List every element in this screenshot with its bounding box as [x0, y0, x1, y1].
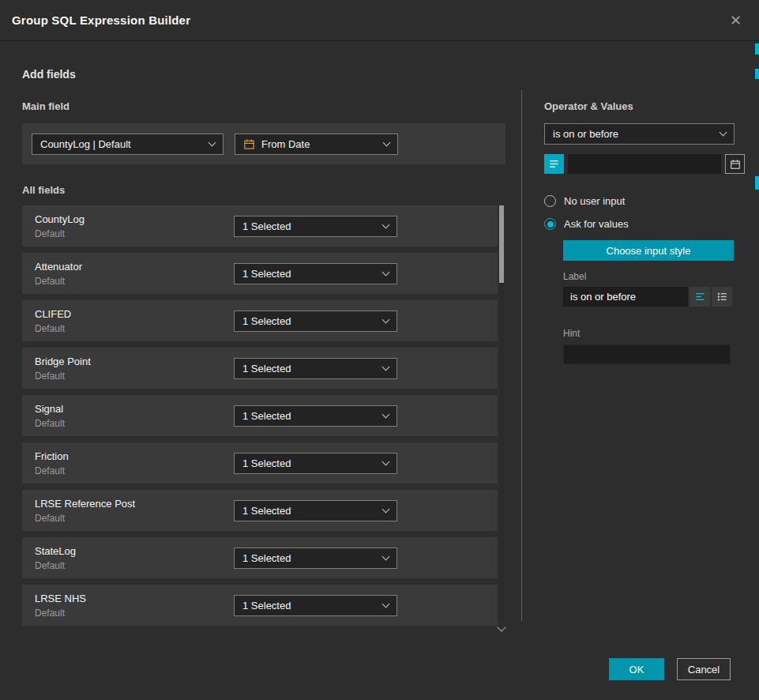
field-text: CLIFED Default — [35, 308, 71, 334]
field-text: StateLog Default — [35, 545, 76, 571]
value-input[interactable] — [568, 154, 721, 174]
all-fields-list: CountyLog Default 1 Selected Attenuator … — [22, 205, 498, 626]
field-text: LRSE NHS Default — [35, 593, 86, 619]
field-text: Friction Default — [35, 450, 69, 476]
field-name: Attenuator — [35, 261, 82, 273]
field-name: Signal — [35, 403, 65, 415]
field-selection-label: 1 Selected — [242, 410, 291, 422]
field-selection-dropdown[interactable]: 1 Selected — [234, 500, 397, 521]
field-text: Bridge Point Default — [35, 356, 91, 382]
chevron-down-icon — [209, 138, 216, 146]
field-selection-dropdown[interactable]: 1 Selected — [234, 595, 397, 616]
calendar-icon — [730, 159, 741, 170]
field-name: Friction — [35, 450, 69, 462]
input-style-single-button[interactable] — [689, 287, 710, 307]
radio-ask-for-values[interactable]: Ask for values — [544, 218, 735, 230]
field-selection-label: 1 Selected — [242, 600, 291, 612]
field-selection-dropdown[interactable]: 1 Selected — [234, 548, 397, 569]
hint-input[interactable] — [563, 344, 731, 364]
operator-dropdown-label: is on or before — [553, 128, 618, 140]
label-label: Label — [563, 271, 735, 282]
field-selection-dropdown[interactable]: 1 Selected — [234, 216, 397, 237]
date-picker-button[interactable] — [725, 154, 745, 174]
field-row: Bridge Point Default 1 Selected — [22, 348, 498, 389]
field-row: Attenuator Default 1 Selected — [22, 253, 498, 294]
field-name: CountyLog — [35, 213, 85, 225]
field-row: LRSE NHS Default 1 Selected — [22, 585, 498, 626]
dialog-header: Group SQL Expression Builder ✕ — [0, 0, 759, 41]
field-selection-label: 1 Selected — [242, 220, 291, 232]
edge-artifact — [755, 69, 759, 79]
radio-selected-icon — [544, 218, 556, 230]
close-button[interactable]: ✕ — [727, 10, 745, 31]
date-field-dropdown-label: From Date — [261, 138, 310, 150]
value-row — [544, 154, 735, 174]
scrollbar-thumb[interactable] — [499, 205, 504, 283]
field-name: CLIFED — [35, 308, 71, 320]
field-row: CountyLog Default 1 Selected — [22, 205, 498, 247]
dialog-footer: OK Cancel — [609, 658, 731, 680]
all-fields-label: All fields — [22, 184, 505, 196]
field-text: Attenuator Default — [35, 261, 82, 287]
choose-input-style-button[interactable]: Choose input style — [563, 240, 734, 261]
field-selection-dropdown[interactable]: 1 Selected — [234, 405, 397, 427]
field-text: Signal Default — [35, 403, 65, 429]
field-selection-dropdown[interactable]: 1 Selected — [234, 310, 397, 332]
chevron-down-icon — [382, 600, 390, 608]
field-subtitle: Default — [35, 560, 76, 571]
field-subtitle: Default — [35, 323, 71, 334]
ok-button[interactable]: OK — [609, 658, 664, 680]
scroll-down-icon[interactable] — [497, 623, 505, 631]
radio-no-user-input[interactable]: No user input — [544, 195, 735, 207]
close-icon: ✕ — [730, 13, 742, 28]
field-subtitle: Default — [35, 608, 86, 619]
field-subtitle: Default — [35, 228, 85, 239]
field-name: LRSE NHS — [35, 593, 86, 604]
operator-values-heading: Operator & Values — [544, 100, 735, 112]
dialog-content: Add fields Main field CountyLog | Defaul… — [0, 68, 759, 626]
set-values-button[interactable] — [544, 154, 564, 174]
chevron-down-icon — [382, 410, 390, 418]
radio-no-user-input-label: No user input — [564, 195, 625, 207]
field-selection-label: 1 Selected — [242, 315, 291, 327]
cancel-button[interactable]: Cancel — [677, 658, 731, 680]
bulleted-list-icon — [716, 291, 728, 303]
field-text: CountyLog Default — [35, 213, 85, 239]
align-left-icon — [694, 291, 706, 303]
field-row: CLIFED Default 1 Selected — [22, 300, 498, 341]
field-selection-label: 1 Selected — [242, 457, 291, 469]
operator-values-column: Operator & Values is on or before — [544, 81, 735, 364]
chevron-down-icon — [382, 552, 390, 560]
label-input[interactable] — [563, 287, 688, 307]
chevron-down-icon — [383, 138, 391, 146]
field-subtitle: Default — [35, 513, 135, 524]
chevron-down-icon — [382, 363, 390, 371]
chevron-down-icon — [720, 129, 727, 137]
calendar-icon — [243, 138, 255, 150]
field-selection-dropdown[interactable]: 1 Selected — [234, 263, 397, 284]
field-row: Friction Default 1 Selected — [22, 442, 498, 484]
hint-label: Hint — [563, 328, 735, 339]
field-text: LRSE Reference Post Default — [35, 498, 135, 524]
date-field-dropdown[interactable]: From Date — [235, 134, 398, 155]
chevron-down-icon — [382, 268, 390, 276]
field-row: LRSE Reference Post Default 1 Selected — [22, 490, 498, 531]
dialog-title: Group SQL Expression Builder — [12, 13, 190, 27]
field-selection-label: 1 Selected — [242, 363, 291, 374]
field-row: StateLog Default 1 Selected — [22, 537, 498, 578]
operator-dropdown[interactable]: is on or before — [544, 123, 735, 145]
values-list-icon — [548, 158, 560, 170]
radio-ask-for-values-label: Ask for values — [564, 218, 629, 230]
field-subtitle: Default — [35, 371, 91, 382]
field-selection-dropdown[interactable]: 1 Selected — [234, 358, 397, 379]
layer-dropdown[interactable]: CountyLog | Default — [32, 134, 224, 155]
field-selection-dropdown[interactable]: 1 Selected — [234, 453, 397, 474]
field-name: StateLog — [35, 545, 76, 557]
field-row: Signal Default 1 Selected — [22, 395, 498, 436]
field-selection-label: 1 Selected — [242, 552, 291, 564]
all-fields-area: CountyLog Default 1 Selected Attenuator … — [22, 205, 505, 626]
field-name: Bridge Point — [35, 356, 91, 367]
chevron-down-icon — [382, 220, 390, 228]
input-style-list-button[interactable] — [712, 287, 732, 307]
chevron-down-icon — [382, 457, 390, 465]
